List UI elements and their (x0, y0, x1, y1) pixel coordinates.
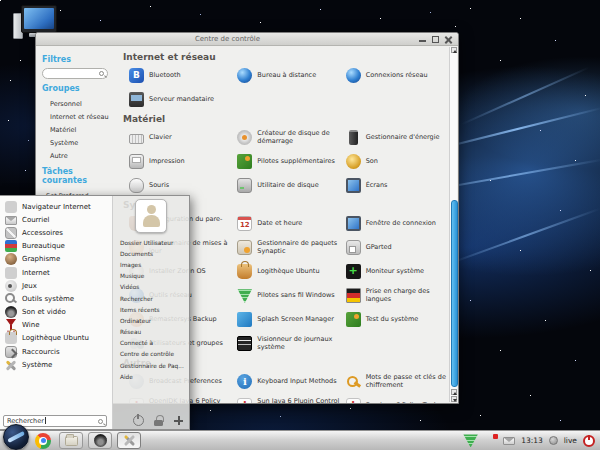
lock-icon[interactable] (153, 415, 164, 426)
maximize-icon[interactable] (432, 36, 439, 43)
menu-app-item[interactable]: Logithèque Ubuntu (0, 332, 112, 345)
control-center-item[interactable]: Test du système (346, 309, 448, 330)
start-menu-apps-panel: Navigateur Internet Courriel Accessoires (0, 196, 113, 429)
vertical-scrollbar[interactable] (449, 47, 457, 402)
control-center-item[interactable]: GParted (346, 237, 448, 258)
control-center-item[interactable]: Fenêtre de connexion (346, 213, 448, 234)
chrome-icon[interactable] (35, 433, 51, 449)
menu-place-item[interactable]: Rechercher (113, 293, 189, 304)
user-avatar[interactable] (135, 199, 167, 233)
control-center-item[interactable]: Mots de passe et clés de chiffrement (346, 371, 448, 392)
startup-disk-creator-icon (237, 130, 252, 145)
control-center-item[interactable]: Clavier (129, 127, 231, 148)
menu-place-item[interactable]: Items récents (113, 304, 189, 315)
control-center-item[interactable]: Pilotes supplémentaires (237, 151, 339, 172)
control-center-item[interactable]: Souris (129, 175, 231, 196)
close-icon[interactable] (445, 36, 452, 43)
control-center-item[interactable]: Son (346, 151, 448, 172)
scrollbar-thumb[interactable] (451, 200, 458, 387)
control-center-item[interactable]: Date et heure (237, 213, 339, 234)
wifi-signal-icon[interactable] (463, 434, 478, 448)
clock[interactable]: 13:13 (521, 436, 543, 445)
menu-place-item[interactable]: Images (113, 259, 189, 270)
zorin-menu-icon[interactable] (3, 424, 29, 450)
control-center-item[interactable]: Serveur mandataire (129, 89, 231, 110)
item-label: Logithèque Ubuntu (257, 268, 319, 276)
item-label: Test du système (366, 316, 419, 324)
control-center-item[interactable]: Splash Screen Manager (237, 309, 339, 330)
settings-tools-taskbar-icon (123, 434, 136, 447)
menu-place-item[interactable]: Dossier Utilisateur (113, 237, 189, 248)
item-label: Connexions réseau (366, 72, 428, 80)
menu-place-item[interactable]: Connecté à (113, 338, 189, 349)
control-center-item[interactable]: Écrans (346, 175, 448, 196)
control-center-item[interactable]: Bureau à distance (237, 65, 339, 86)
add-icon[interactable] (173, 415, 184, 426)
menu-app-label: Système (22, 361, 52, 369)
control-center-item[interactable]: Bluetooth (129, 65, 231, 86)
filter-search-input[interactable] (42, 68, 108, 79)
menu-app-item[interactable]: Raccourcis (0, 345, 112, 358)
power-icon[interactable] (133, 415, 144, 426)
power-manager-icon (349, 130, 358, 145)
menu-app-item[interactable]: Système (0, 358, 112, 371)
mail-envelope-icon[interactable] (503, 437, 515, 445)
scroll-up-icon[interactable] (451, 389, 457, 395)
session-indicator-icon[interactable] (549, 436, 558, 445)
control-center-item[interactable]: Créateur de disque de démarrage (237, 127, 339, 148)
sidebar-group-item[interactable]: Personnel (42, 97, 109, 110)
menu-place-item[interactable]: Réseau (113, 327, 189, 338)
system-settings-button[interactable] (117, 432, 141, 449)
menu-app-item[interactable]: Courriel (0, 213, 112, 226)
control-center-item[interactable]: Connexions réseau (346, 65, 448, 86)
control-center-item[interactable]: Sun Java 6 Policy Tool (346, 395, 448, 403)
window-titlebar[interactable]: Centre de contrôle (36, 33, 458, 46)
sidebar-group-item[interactable]: Système (42, 136, 109, 149)
menu-app-item[interactable]: Internet (0, 266, 112, 279)
menu-app-label: Raccourcis (22, 348, 60, 356)
live-session-label: live (564, 436, 577, 445)
menu-place-item[interactable]: Documents (113, 248, 189, 259)
control-center-item[interactable]: Keyboard Input Methods (237, 371, 339, 392)
sidebar-group-item[interactable]: Autre (42, 149, 109, 162)
menu-app-item[interactable]: Son et vidéo (0, 306, 112, 319)
control-center-item[interactable]: Utilitaire de disque (237, 175, 339, 196)
control-center-item[interactable]: Pilotes sans fil Windows (237, 285, 339, 306)
control-center-item[interactable]: Logithèque Ubuntu (237, 261, 339, 282)
item-label: Moniteur système (366, 268, 424, 276)
internet-icon (5, 267, 17, 279)
menu-app-item[interactable]: Jeux (0, 279, 112, 292)
groups-header: Groupes (42, 84, 109, 93)
scroll-up-icon[interactable] (451, 47, 457, 53)
volume-button[interactable] (484, 435, 497, 447)
text-cursor (45, 417, 46, 424)
keyboard-input-icon (237, 374, 252, 389)
menu-place-item[interactable]: Aide (113, 371, 189, 382)
menu-app-item[interactable]: Outils système (0, 292, 112, 305)
control-center-item[interactable]: Impression (129, 151, 231, 172)
menu-place-item[interactable]: Ordinateur (113, 315, 189, 326)
file-manager-button[interactable] (59, 432, 83, 449)
menu-place-item[interactable]: Gestionnaire de Paq... (113, 360, 189, 371)
control-center-item[interactable]: Prise en charge des langues (346, 285, 448, 306)
login-window-icon (346, 216, 361, 231)
menu-place-item[interactable]: Musique (113, 271, 189, 282)
control-center-item[interactable]: Gestionnaire de paquets Synaptic (237, 237, 339, 258)
menu-app-item[interactable]: Wine (0, 319, 112, 332)
menu-app-item[interactable]: Graphisme (0, 253, 112, 266)
media-player-button[interactable] (88, 432, 112, 449)
minimize-icon[interactable] (419, 36, 426, 43)
menu-place-item[interactable]: Vidéos (113, 282, 189, 293)
menu-place-item[interactable]: Centre de contrôle (113, 349, 189, 360)
scroll-down-icon[interactable] (451, 396, 457, 402)
sidebar-group-item[interactable]: Matériel (42, 123, 109, 136)
shutdown-icon[interactable] (583, 435, 595, 447)
menu-app-item[interactable]: Navigateur Internet (0, 200, 112, 213)
menu-app-item[interactable]: Accessoires (0, 226, 112, 239)
menu-app-item[interactable]: Bureautique (0, 240, 112, 253)
control-center-item[interactable]: Sun Java 6 Plugin Control Panel (237, 395, 339, 403)
sidebar-group-item[interactable]: Internet et réseau (42, 110, 109, 123)
control-center-item[interactable]: Visionneur de journaux système (237, 333, 339, 354)
control-center-item[interactable]: Gestionnaire d'énergie (346, 127, 448, 148)
control-center-item[interactable]: Moniteur système (346, 261, 448, 282)
